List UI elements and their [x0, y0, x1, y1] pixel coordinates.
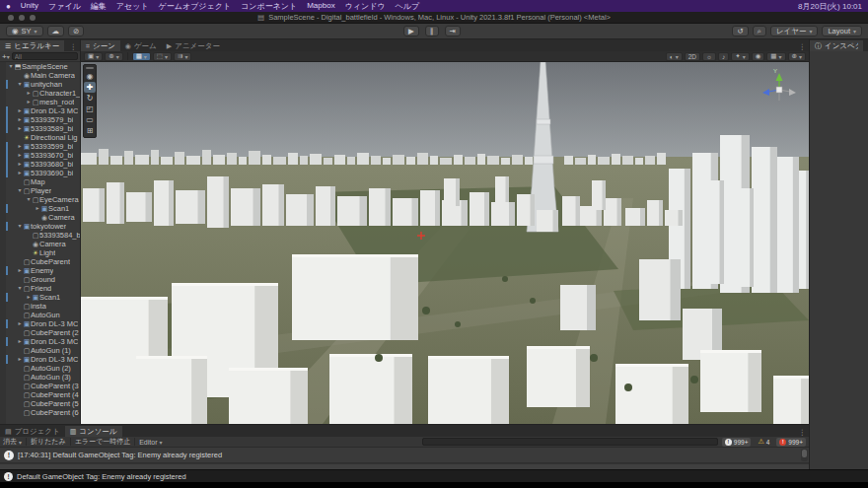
hierarchy-item[interactable]: AutoGun (3) — [6, 373, 80, 382]
panel-menu-icon[interactable]: ⋮ — [67, 42, 81, 51]
hierarchy-item[interactable]: 53393599_bi — [6, 142, 80, 151]
hierarchy-search-input[interactable] — [12, 52, 78, 60]
menu-item[interactable]: ウィンドウ — [345, 1, 386, 12]
panel-tab[interactable]: ▤ プロジェクト — [0, 426, 65, 437]
overlay-grip[interactable] — [86, 67, 94, 69]
tool-settings-dropdown[interactable]: ▣ — [84, 52, 103, 61]
hierarchy-item[interactable]: EyeCamera — [6, 195, 80, 204]
hierarchy-item[interactable]: 53393670_bi — [6, 151, 80, 160]
hierarchy-item[interactable]: Light — [6, 248, 80, 257]
transform-tool-button[interactable]: ⊞ — [84, 125, 96, 136]
hierarchy-item[interactable]: CubeParent — [6, 257, 80, 266]
error-pause-toggle[interactable]: エラーで一時停止 — [75, 437, 131, 447]
grid-visibility-dropdown[interactable]: ▦ — [766, 52, 785, 61]
log-entry[interactable]: [17:40:31] Default GameObject Tag: Enemy… — [18, 451, 222, 459]
audio-toggle[interactable]: ♪ — [718, 52, 729, 61]
hierarchy-item[interactable]: 53393690_bi — [6, 169, 80, 177]
gizmos-dropdown[interactable]: ⊕ — [788, 52, 806, 61]
undo-history-button[interactable]: ↺ — [732, 26, 748, 36]
hierarchy-item[interactable]: CubeParent (2 — [6, 328, 80, 337]
constrain-dropdown[interactable]: ⇉ — [174, 52, 191, 61]
scene-viewport[interactable]: ◉ ✚ ↻ ◰ ▭ ⊞ Y — [81, 62, 809, 424]
panel-menu-icon[interactable]: ⋮ — [796, 42, 810, 51]
panel-menu-icon[interactable]: ⋮ — [796, 428, 810, 437]
effects-dropdown[interactable]: ✦ — [731, 52, 749, 61]
hierarchy-item[interactable]: Friend — [6, 284, 80, 293]
hierarchy-item[interactable]: Main Camera — [6, 71, 80, 80]
pause-button[interactable]: ∥ — [425, 26, 439, 36]
menu-item[interactable]: ゲームオブジェクト — [159, 1, 232, 12]
lighting-toggle[interactable]: ☼ — [702, 52, 716, 61]
snap-increment-dropdown[interactable]: ⬚ — [153, 52, 172, 61]
panel-tab[interactable]: ▥ コンソール — [65, 426, 122, 437]
view-tab[interactable]: ▶ アニメーター — [162, 40, 225, 51]
console-search-input[interactable] — [422, 438, 718, 446]
apple-menu-icon[interactable]: ● — [6, 2, 11, 11]
hierarchy-item[interactable]: 53393579_bi — [6, 115, 80, 124]
view-tool-button[interactable]: ◉ — [84, 71, 96, 82]
scene-orientation-gizmo[interactable]: Y — [758, 68, 801, 111]
console-scrollbar[interactable] — [801, 449, 808, 461]
hierarchy-item[interactable]: insta — [6, 302, 80, 311]
hierarchy-item[interactable]: AutoGun (1) — [6, 346, 80, 355]
hierarchy-item[interactable]: SampleScene — [6, 62, 80, 71]
layers-dropdown[interactable]: レイヤー — [770, 26, 819, 36]
scale-tool-button[interactable]: ◰ — [84, 104, 96, 114]
rotate-tool-button[interactable]: ↻ — [84, 93, 96, 104]
hierarchy-item[interactable]: Map — [6, 177, 80, 186]
panel-menu-icon[interactable]: ⋮ — [863, 42, 868, 51]
hierarchy-item[interactable]: Dron DL-3 MC — [6, 106, 80, 115]
hierarchy-item[interactable]: Camera — [6, 240, 80, 248]
collapse-toggle[interactable]: 折りたたみ — [31, 437, 66, 447]
error-count-toggle[interactable]: !999+ — [776, 438, 806, 447]
hierarchy-item[interactable]: Enemy — [6, 266, 80, 275]
info-count-toggle[interactable]: !999+ — [722, 438, 752, 447]
view-tab[interactable]: ⌗ シーン — [81, 40, 120, 51]
tab-hierarchy[interactable]: ☰ ヒエラルキー — [0, 40, 64, 51]
traffic-lights[interactable] — [8, 15, 36, 21]
warning-count-toggle[interactable]: ⚠4 — [755, 438, 772, 447]
tab-inspector[interactable]: ⓘ インスペクター — [810, 40, 863, 51]
hierarchy-item[interactable]: Dron DL-3 MC — [6, 355, 80, 364]
hierarchy-item[interactable]: 53393589_bi — [6, 124, 80, 133]
hierarchy-item[interactable]: Dron DL-3 MC — [6, 319, 80, 328]
hierarchy-item[interactable]: Dron DL-3 MC — [6, 337, 80, 346]
play-button[interactable]: ▶ — [403, 26, 419, 36]
menu-item[interactable]: Unity — [21, 1, 38, 12]
hierarchy-item[interactable]: AutoGun — [6, 311, 80, 319]
hierarchy-item[interactable]: Scan1 — [6, 204, 80, 213]
hierarchy-item[interactable]: unitychan — [6, 80, 80, 89]
shading-mode-dropdown[interactable]: ◐ — [666, 52, 683, 61]
menu-item[interactable]: コンポーネント — [241, 1, 297, 12]
hierarchy-item[interactable]: CubeParent (4 — [6, 390, 80, 399]
menu-item[interactable]: ファイル — [48, 1, 81, 12]
rect-tool-button[interactable]: ▭ — [84, 114, 96, 125]
hierarchy-item[interactable]: CubeParent (3 — [6, 382, 80, 390]
attach-target-dropdown[interactable]: Editor — [139, 439, 162, 446]
add-object-button[interactable]: + — [2, 52, 10, 61]
clear-button[interactable]: 消去 — [3, 437, 22, 447]
hierarchy-item[interactable]: Character1_ — [6, 89, 80, 98]
search-button[interactable]: ⌕ — [753, 26, 766, 36]
menu-item[interactable]: Mapbox — [307, 1, 334, 12]
layout-dropdown[interactable]: Layout — [822, 26, 862, 36]
hierarchy-item[interactable]: CubeParent (6 — [6, 408, 80, 417]
hierarchy-item[interactable]: Scan1 — [6, 293, 80, 302]
hierarchy-item[interactable]: Player — [6, 186, 80, 195]
2d-toggle[interactable]: 2D — [685, 52, 700, 61]
hierarchy-item[interactable]: CubeParent (5 — [6, 399, 80, 408]
menu-item[interactable]: 編集 — [91, 1, 107, 12]
step-button[interactable]: ⇥ — [445, 26, 461, 36]
hierarchy-item[interactable]: Directional Lig — [6, 133, 80, 142]
hierarchy-item[interactable]: 53393584_b — [6, 231, 80, 240]
collab-button[interactable]: ⊘ — [68, 26, 84, 36]
account-dropdown[interactable]: ◉ SY — [6, 26, 43, 36]
pivot-dropdown[interactable]: ⊕ — [105, 52, 122, 61]
grid-snap-dropdown[interactable]: ▦ — [132, 52, 151, 61]
cloud-button[interactable]: ☁ — [47, 26, 65, 36]
menu-item[interactable]: アセット — [116, 1, 149, 12]
hierarchy-item[interactable]: 53393680_bi — [6, 160, 80, 169]
hierarchy-item[interactable]: mesh_root — [6, 98, 80, 106]
view-tab[interactable]: ◉ ゲーム — [120, 40, 162, 51]
hidden-objects-toggle[interactable]: ◉ — [752, 52, 765, 61]
